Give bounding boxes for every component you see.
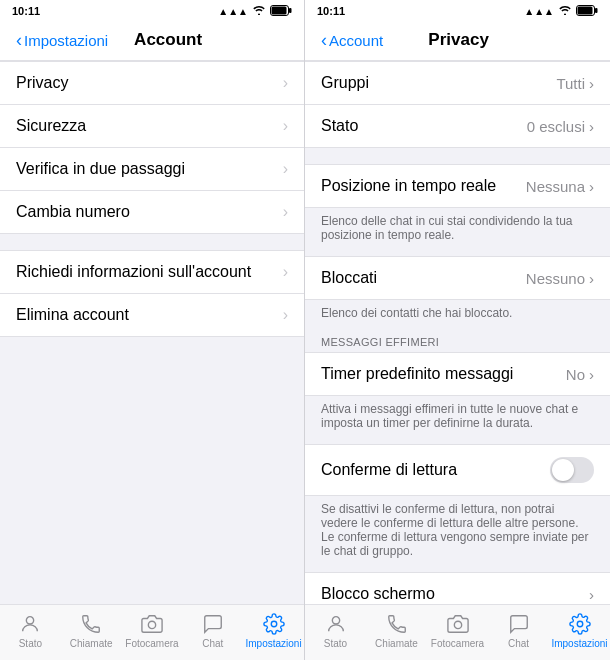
tab-chiamate-label-left: Chiamate [70, 638, 113, 649]
timer-value: No › [566, 366, 594, 383]
fotocamera-icon-left [140, 612, 164, 636]
bloccati-description: Elenco dei contatti che hai bloccato. [305, 300, 610, 330]
wifi-icon [252, 5, 266, 17]
tab-stato-left[interactable]: Stato [3, 612, 58, 649]
tab-stato-right[interactable]: Stato [308, 612, 363, 649]
status-bar-left: 10:11 ▲▲▲ [0, 0, 304, 22]
chevron-icon: › [283, 117, 288, 135]
cambia-numero-label: Cambia numero [16, 203, 130, 221]
chevron-icon: › [589, 75, 594, 92]
page-title-left: Account [108, 30, 228, 50]
back-label-right: Account [329, 32, 383, 49]
back-arrow-left: ‹ [16, 31, 22, 49]
tab-fotocamera-label-right: Fotocamera [431, 638, 484, 649]
svg-rect-7 [595, 8, 598, 13]
verifica-label: Verifica in due passaggi [16, 160, 185, 178]
nav-header-right: ‹ Account Privacy [305, 22, 610, 61]
tab-chat-right[interactable]: Chat [491, 612, 546, 649]
back-button-left[interactable]: ‹ Impostazioni [16, 31, 108, 49]
elimina-account-label: Elimina account [16, 306, 129, 324]
content-left: Privacy › Sicurezza › Verifica in due pa… [0, 61, 304, 604]
chevron-icon: › [283, 160, 288, 178]
conferme-toggle[interactable] [550, 457, 594, 483]
privacy-item-gruppi[interactable]: Gruppi Tutti › [305, 62, 610, 105]
tab-fotocamera-left[interactable]: Fotocamera [124, 612, 179, 649]
tab-chiamate-left[interactable]: Chiamate [64, 612, 119, 649]
bloccati-label: Bloccati [321, 269, 377, 287]
svg-point-3 [27, 617, 34, 624]
status-icons-right: ▲▲▲ [524, 5, 598, 18]
svg-point-4 [148, 621, 155, 628]
tab-chat-left[interactable]: Chat [185, 612, 240, 649]
signal-icon-right: ▲▲▲ [524, 6, 554, 17]
blocco-wrapper: Blocco schermo › Richiedi Face ID per sb… [305, 572, 610, 604]
conferme-description: Se disattivi le conferme di lettura, non… [305, 496, 610, 568]
sidebar-item-privacy[interactable]: Privacy › [0, 62, 304, 105]
svg-point-11 [577, 621, 583, 627]
privacy-section-effimeri: Timer predefinito messaggi No › [305, 352, 610, 396]
chevron-icon: › [283, 203, 288, 221]
richiedi-info-label: Richiedi informazioni sull'account [16, 263, 251, 281]
account-group-2: Richiedi informazioni sull'account › Eli… [0, 250, 304, 337]
sicurezza-label: Sicurezza [16, 117, 86, 135]
chevron-icon: › [589, 270, 594, 287]
tab-impostazioni-left[interactable]: Impostazioni [246, 612, 301, 649]
posizione-wrapper: Posizione in tempo reale Nessuna › Elenc… [305, 164, 610, 252]
svg-rect-8 [578, 6, 593, 14]
tab-fotocamera-right[interactable]: Fotocamera [430, 612, 485, 649]
effimeri-wrapper: MESSAGGI EFFIMERI Timer predefinito mess… [305, 330, 610, 440]
posizione-description: Elenco delle chat in cui stai condividen… [305, 208, 610, 252]
gruppi-label: Gruppi [321, 74, 369, 92]
blocco-label: Blocco schermo [321, 585, 435, 603]
chevron-icon: › [283, 74, 288, 92]
tab-impostazioni-right[interactable]: Impostazioni [552, 612, 607, 649]
chiamate-icon-right [385, 612, 409, 636]
privacy-item-posizione[interactable]: Posizione in tempo reale Nessuna › [305, 165, 610, 207]
back-arrow-right: ‹ [321, 31, 327, 49]
svg-rect-1 [289, 8, 292, 13]
impostazioni-icon-right [568, 612, 592, 636]
privacy-item-stato[interactable]: Stato 0 esclusi › [305, 105, 610, 147]
chevron-icon: › [589, 178, 594, 195]
chiamate-icon-left [79, 612, 103, 636]
impostazioni-icon-left [262, 612, 286, 636]
fotocamera-icon-right [446, 612, 470, 636]
left-panel: 10:11 ▲▲▲ ‹ Impostazioni [0, 0, 305, 660]
sidebar-item-sicurezza[interactable]: Sicurezza › [0, 105, 304, 148]
tab-chat-label-left: Chat [202, 638, 223, 649]
back-button-right[interactable]: ‹ Account [321, 31, 383, 49]
toggle-knob [552, 459, 574, 481]
account-group-1: Privacy › Sicurezza › Verifica in due pa… [0, 61, 304, 234]
sidebar-item-elimina-account[interactable]: Elimina account › [0, 294, 304, 336]
chevron-icon: › [589, 118, 594, 135]
chevron-icon: › [589, 366, 594, 383]
privacy-item-blocco[interactable]: Blocco schermo › [305, 573, 610, 604]
wifi-icon-right [558, 5, 572, 17]
conferme-toggle-container [550, 457, 594, 483]
svg-point-5 [271, 621, 277, 627]
gruppi-value: Tutti › [556, 75, 594, 92]
privacy-section-conferme: Conferme di lettura [305, 444, 610, 496]
privacy-section-bloccati: Bloccati Nessuno › [305, 256, 610, 300]
timer-description: Attiva i messaggi effimeri in tutte le n… [305, 396, 610, 440]
tab-bar-right: Stato Chiamate Fotocamera [305, 604, 610, 660]
chevron-icon: › [283, 306, 288, 324]
privacy-item-bloccati[interactable]: Bloccati Nessuno › [305, 257, 610, 299]
conferme-label: Conferme di lettura [321, 461, 457, 479]
right-panel: 10:11 ▲▲▲ ‹ Account [305, 0, 610, 660]
status-bar-right: 10:11 ▲▲▲ [305, 0, 610, 22]
sidebar-item-richiedi-info[interactable]: Richiedi informazioni sull'account › [0, 251, 304, 294]
content-right: Gruppi Tutti › Stato 0 esclusi › Posizio… [305, 61, 610, 604]
tab-chiamate-right[interactable]: Chiamate [369, 612, 424, 649]
sidebar-item-verifica[interactable]: Verifica in due passaggi › [0, 148, 304, 191]
chat-icon-left [201, 612, 225, 636]
bloccati-value: Nessuno › [526, 270, 594, 287]
time-left: 10:11 [12, 5, 40, 17]
privacy-section-1: Gruppi Tutti › Stato 0 esclusi › [305, 61, 610, 148]
sidebar-item-cambia-numero[interactable]: Cambia numero › [0, 191, 304, 233]
stato-label: Stato [321, 117, 358, 135]
privacy-item-timer[interactable]: Timer predefinito messaggi No › [305, 353, 610, 395]
svg-rect-2 [272, 6, 287, 14]
tab-stato-label-left: Stato [19, 638, 42, 649]
privacy-item-conferme[interactable]: Conferme di lettura [305, 445, 610, 495]
